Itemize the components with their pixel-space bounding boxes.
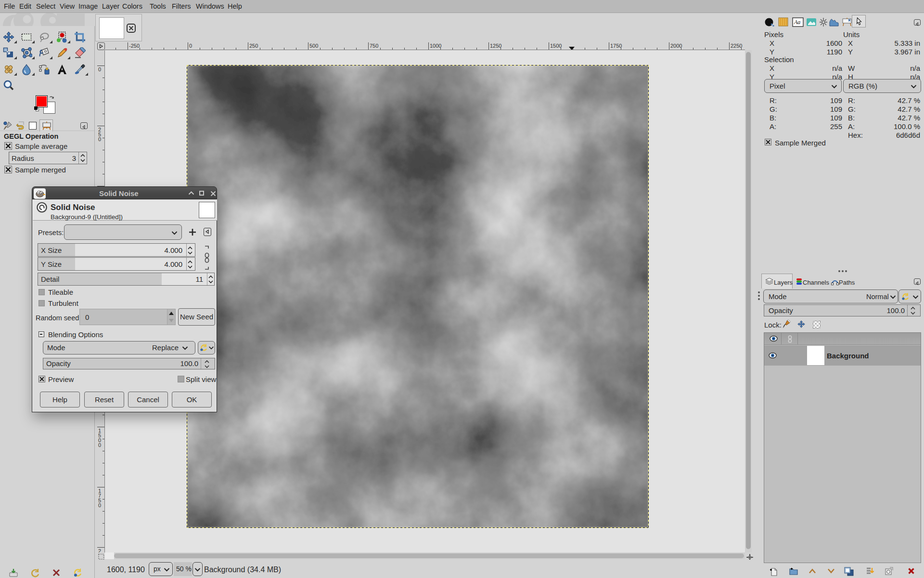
svg-text:Aa: Aa — [794, 19, 800, 26]
